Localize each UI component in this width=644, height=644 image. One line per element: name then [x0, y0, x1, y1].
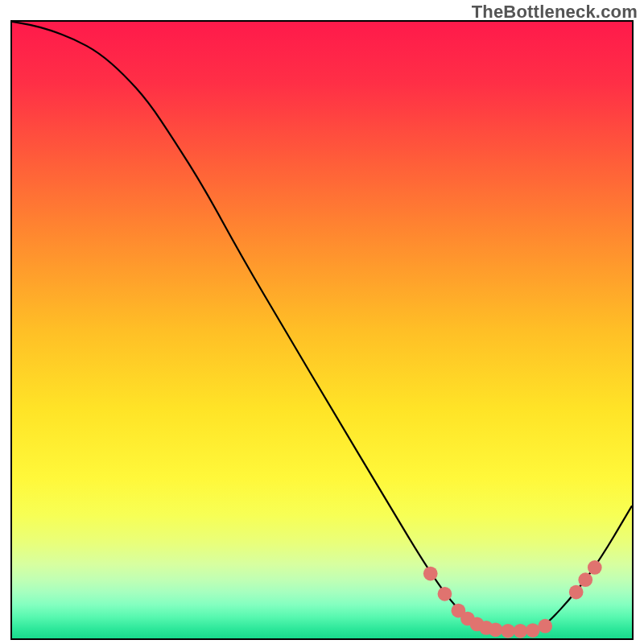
curve-marker: [438, 587, 452, 601]
curve-marker: [588, 560, 602, 575]
curve-marker: [526, 623, 540, 638]
bottleneck-curve: [12, 22, 632, 631]
chart-stage: TheBottleneck.com: [0, 0, 644, 644]
curve-layer: [12, 22, 632, 638]
curve-marker: [489, 622, 503, 637]
curve-marker: [569, 585, 584, 600]
curve-marker: [578, 572, 592, 587]
curve-marker: [501, 624, 515, 638]
curve-marker: [423, 567, 438, 581]
curve-marker: [514, 624, 528, 638]
plot-area: [10, 20, 634, 640]
curve-marker: [538, 619, 552, 634]
